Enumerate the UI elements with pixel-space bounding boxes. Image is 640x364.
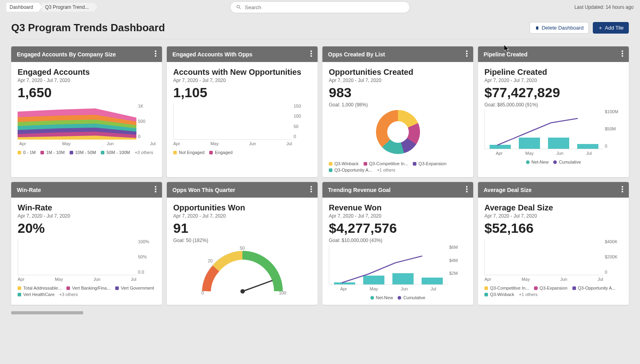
svg-point-3 [310, 50, 312, 52]
tile-menu-button[interactable] [622, 50, 623, 58]
breadcrumb-current[interactable]: Q3 Program Trend... [42, 3, 94, 12]
metric-date: Apr 7, 2020 - Jul 7, 2020 [329, 213, 467, 219]
metric-date: Apr 7, 2020 - Jul 7, 2020 [18, 213, 156, 219]
tile-menu-button[interactable] [310, 186, 312, 194]
tile-opps-won: Opps Won This Quarter Opportunities Won … [167, 182, 318, 305]
svg-point-19 [466, 188, 468, 190]
last-updated-label: Last Updated: 14 hours ago [574, 4, 634, 10]
metric-date: Apr 7, 2020 - Jul 7, 2020 [329, 78, 467, 83]
metric-title: Engaged Accounts [18, 68, 156, 77]
tile-title: Trending Revenue Goal [328, 187, 390, 193]
metric-date: Apr 7, 2020 - Jul 7, 2020 [484, 78, 622, 83]
tile-revenue-goal: Trending Revenue Goal Revenue Won Apr 7,… [322, 182, 473, 305]
legend: Net-New Cumulative [329, 295, 467, 300]
metric-goal: Goal: 50 (182%) [173, 238, 311, 243]
trash-icon [535, 26, 540, 30]
stacked-bar-chart: 100%50%0.0 AprMayJunJul [18, 239, 156, 282]
tile-pipeline: Pipeline Created Pipeline Created Apr 7,… [478, 46, 629, 177]
breadcrumb-root[interactable]: Dashboard [6, 3, 39, 12]
page-title: Q3 Program Trends Dashboard [11, 22, 165, 34]
tile-engaged-size: Engaged Accounts By Company Size Engaged… [11, 46, 162, 177]
metric-value: $4,277,576 [329, 220, 467, 236]
tile-opps-created: Opps Created By List Opportunities Creat… [322, 46, 473, 177]
metric-title: Pipeline Created [484, 68, 622, 77]
tile-title: Pipeline Created [484, 51, 528, 58]
search-input[interactable] [245, 4, 404, 10]
metric-goal: Goal: 1,000 (98%) [329, 102, 467, 108]
tile-title: Opps Created By List [328, 51, 385, 58]
svg-point-11 [622, 55, 623, 57]
svg-point-13 [155, 188, 156, 190]
tile-menu-button[interactable] [310, 50, 312, 58]
legend: Total Addressable... Vert Banking/Fina..… [18, 286, 156, 297]
svg-point-21 [622, 186, 623, 188]
metric-date: Apr 7, 2020 - Jul 7, 2020 [173, 78, 311, 83]
gauge-chart: 0 20 50 100 [198, 247, 286, 295]
metric-value: 983 [329, 85, 467, 100]
metric-title: Opportunities Won [173, 203, 311, 212]
metric-title: Opportunities Created [329, 68, 467, 77]
legend: Q3-Competitive In... Q3-Expansion Q3-Opp… [484, 286, 622, 297]
legend: Net-New Cumulative [484, 160, 622, 164]
search-input-wrap[interactable] [230, 1, 410, 13]
metric-title: Revenue Won [329, 203, 467, 212]
tile-title: Win-Rate [17, 187, 41, 193]
metric-date: Apr 7, 2020 - Jul 7, 2020 [484, 213, 622, 219]
stacked-bar-chart: 150100500 AprMayJunJul [173, 104, 311, 146]
combo-chart: $100M$50M0 AprMayJunJul [484, 109, 622, 156]
breadcrumb: Dashboard Q3 Program Trend... [6, 3, 98, 12]
metric-value: $77,427,829 [484, 85, 622, 100]
scrollbar-horizontal[interactable] [11, 311, 83, 314]
svg-point-6 [466, 50, 468, 52]
tile-title: Engaged Accounts With Opps [172, 51, 252, 58]
area-chart: 1K5000 AprMayJunJul [18, 104, 156, 146]
tile-menu-button[interactable] [155, 50, 156, 58]
svg-point-9 [622, 50, 623, 52]
tile-menu-button[interactable] [155, 186, 156, 194]
tile-title: Opps Won This Quarter [172, 187, 235, 193]
metric-value: 1,650 [18, 85, 156, 100]
donut-chart [329, 110, 467, 154]
svg-point-4 [310, 53, 312, 54]
svg-point-20 [466, 191, 468, 192]
svg-point-10 [622, 53, 623, 54]
plus-icon [598, 26, 603, 30]
stacked-bar-chart: $400K$200K0 AprMayJunJul [484, 239, 622, 282]
tiles-grid: Engaged Accounts By Company Size Engaged… [0, 39, 640, 310]
svg-point-17 [310, 191, 312, 192]
metric-date: Apr 7, 2020 - Jul 7, 2020 [173, 213, 311, 219]
tile-menu-button[interactable] [466, 50, 468, 58]
svg-point-8 [466, 55, 468, 57]
legend: Q3-Winback Q3-Competitive In... Q3-Expan… [329, 161, 467, 172]
svg-point-0 [155, 50, 156, 52]
delete-dashboard-button[interactable]: Delete Dashboard [530, 22, 589, 34]
svg-point-2 [155, 55, 156, 57]
search-icon [236, 4, 242, 10]
svg-point-16 [310, 188, 312, 190]
svg-point-18 [466, 186, 468, 188]
svg-point-22 [622, 188, 623, 190]
tile-menu-button[interactable] [466, 186, 468, 194]
svg-point-14 [155, 191, 156, 192]
tile-engaged-opps: Engaged Accounts With Opps Accounts with… [167, 46, 318, 177]
metric-value: 20% [18, 220, 156, 236]
metric-title: Accounts with New Opportunities [173, 68, 311, 77]
metric-value: 91 [173, 220, 311, 236]
tile-title: Engaged Accounts By Company Size [17, 51, 116, 58]
add-tile-button[interactable]: Add Tile [593, 22, 629, 34]
tile-deal-size: Average Deal Size Average Deal Size Apr … [478, 182, 629, 305]
metric-goal: Goal: $85,000,000 (91%) [484, 102, 622, 108]
topbar: Dashboard Q3 Program Trend... Last Updat… [0, 0, 640, 14]
svg-point-12 [155, 186, 156, 188]
tile-title: Average Deal Size [484, 187, 532, 193]
combo-chart: $6M$4M$2M AprMayJunJul [329, 245, 467, 291]
legend: Not Engaged Engaged [173, 150, 311, 155]
svg-point-5 [310, 55, 312, 57]
svg-point-15 [310, 186, 312, 188]
page-header: Q3 Program Trends Dashboard Delete Dashb… [0, 14, 640, 39]
svg-point-7 [466, 53, 468, 54]
legend: 0 - 1M 1M - 10M 10M - 50M 50M - 100M +3 … [18, 150, 156, 155]
tile-menu-button[interactable] [622, 186, 623, 194]
tile-winrate: Win-Rate Win-Rate Apr 7, 2020 - Jul 7, 2… [11, 182, 162, 305]
metric-value: 1,105 [173, 85, 311, 100]
